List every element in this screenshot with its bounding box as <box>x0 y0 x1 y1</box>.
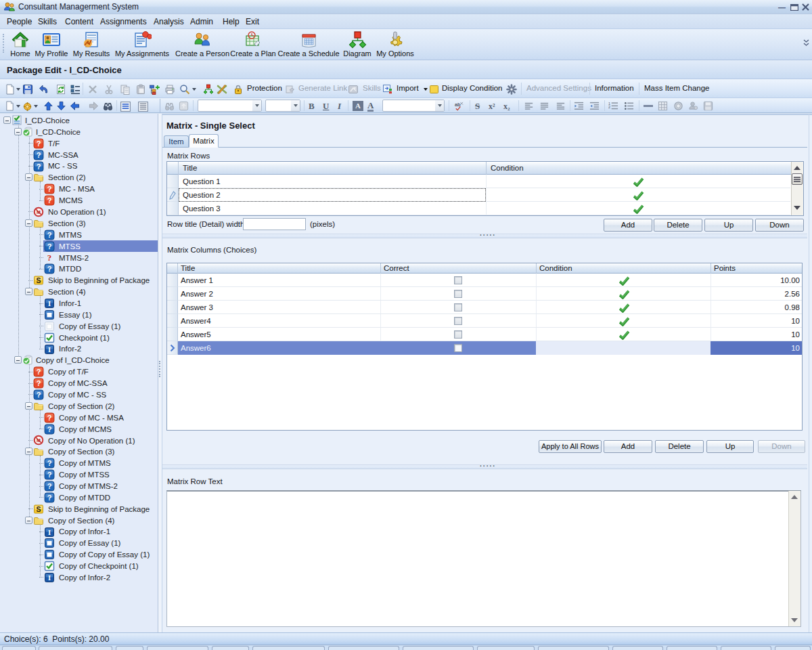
svg-text:?: ? <box>37 391 41 399</box>
svg-text:?: ? <box>37 151 41 159</box>
svg-text:?: ? <box>37 162 41 171</box>
svg-text:?: ? <box>47 242 52 251</box>
svg-text:?: ? <box>47 231 52 239</box>
svg-text:?: ? <box>37 139 41 148</box>
svg-text:?: ? <box>47 482 52 490</box>
svg-text:2: 2 <box>608 105 610 109</box>
svg-text:I: I <box>48 300 51 307</box>
svg-text:?: ? <box>37 379 41 387</box>
svg-text:I: I <box>48 529 51 536</box>
svg-text:I: I <box>48 346 51 353</box>
svg-text:?: ? <box>47 196 52 204</box>
svg-text:I: I <box>48 574 51 582</box>
svg-text:M: M <box>37 210 41 215</box>
svg-text:?: ? <box>47 185 52 193</box>
svg-text:S: S <box>36 276 41 284</box>
svg-text:?: ? <box>47 253 52 263</box>
svg-text:?: ? <box>47 425 52 433</box>
svg-text:?: ? <box>47 265 52 273</box>
svg-text:?: ? <box>47 494 52 502</box>
svg-text:?: ? <box>47 471 52 479</box>
svg-text:?: ? <box>47 459 52 467</box>
svg-text:?: ? <box>37 368 41 376</box>
svg-text:S: S <box>36 505 41 513</box>
svg-text:M: M <box>37 438 41 443</box>
svg-text:?: ? <box>47 414 52 422</box>
